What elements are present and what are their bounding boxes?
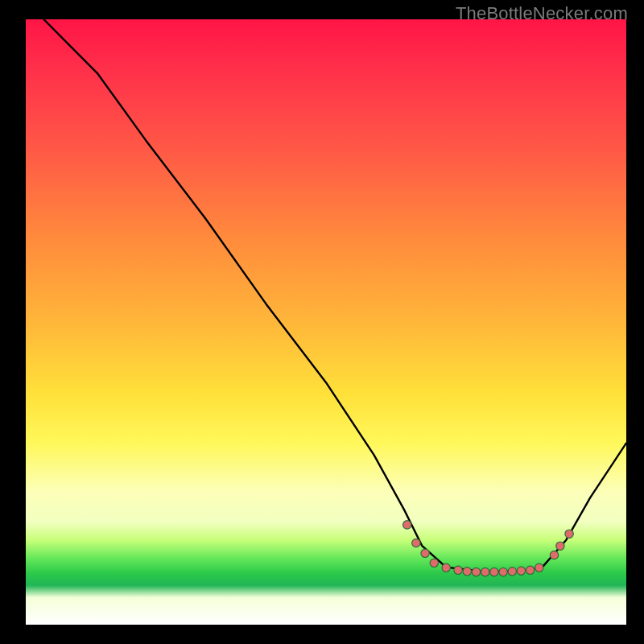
data-dot: [430, 559, 438, 567]
data-dots: [403, 521, 574, 576]
data-dot: [403, 521, 411, 529]
curve-layer: [26, 19, 626, 625]
data-dot: [535, 564, 543, 572]
plot-area: [26, 19, 626, 625]
data-dot: [499, 568, 507, 576]
data-dot: [481, 568, 489, 576]
data-dot: [463, 568, 471, 576]
data-dot: [442, 564, 450, 572]
data-dot: [490, 568, 498, 576]
data-dot: [472, 568, 480, 576]
bottleneck-curve: [43, 19, 626, 572]
data-dot: [454, 566, 462, 574]
data-dot: [412, 539, 420, 547]
data-dot: [517, 567, 525, 575]
data-dot: [526, 566, 534, 574]
data-dot: [421, 549, 429, 557]
data-dot: [565, 530, 573, 538]
data-dot: [550, 551, 558, 559]
data-dot: [508, 568, 516, 576]
chart-frame: TheBottleNecker.com: [0, 0, 644, 644]
data-dot: [556, 542, 564, 550]
